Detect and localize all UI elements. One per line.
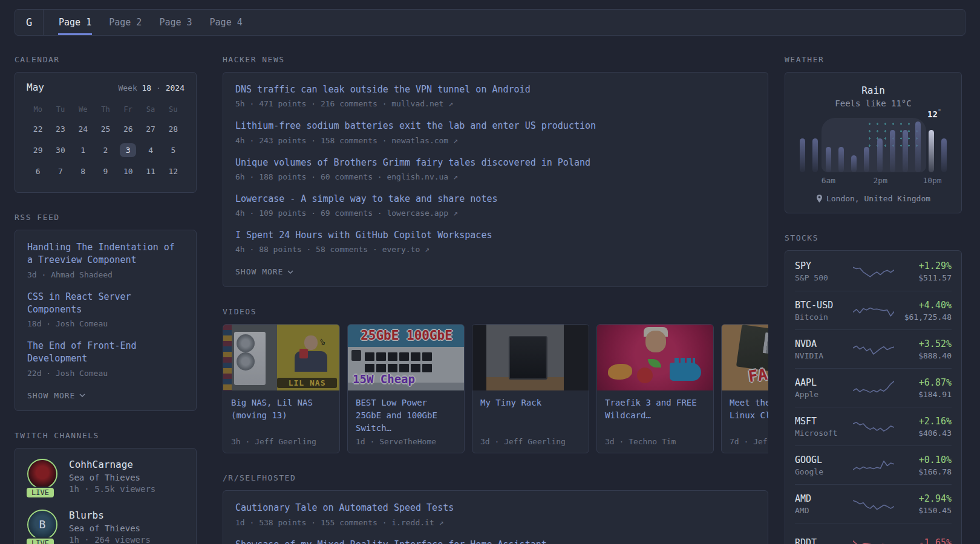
video-thumbnail[interactable]: [472, 325, 589, 390]
twitch-channel-row[interactable]: LIVECohhCarnageSea of Thieves1h · 5.5k v…: [27, 459, 184, 494]
video-card-body: Big NAS, Lil NAS (moving 13)3h · Jeff Ge…: [223, 390, 339, 453]
stock-row-spy[interactable]: SPYS&P 500+1.29%$511.57: [795, 252, 952, 291]
stock-names: NVDANVIDIA: [795, 338, 851, 360]
weather-bar: [838, 147, 844, 172]
video-title[interactable]: Big NAS, Lil NAS (moving 13): [231, 397, 332, 422]
stock-row-btc-usd[interactable]: BTC-USDBitcoin+4.40%$61,725.48: [795, 291, 952, 329]
stock-symbol: BTC-USD: [795, 300, 851, 311]
stock-names: GOOGLGoogle: [795, 455, 851, 476]
stock-names: MSFTMicrosoft: [795, 416, 851, 438]
reddit-list: Cautionary Tale on Automated Speed Tests…: [235, 502, 756, 544]
video-title[interactable]: Traefik 3 and FREE Wildcard…: [605, 397, 705, 422]
stock-row-nvda[interactable]: NVDANVIDIA+3.52%$888.40: [795, 329, 952, 368]
calendar-day-number: 29: [30, 143, 46, 157]
tab-page-4[interactable]: Page 4: [209, 10, 243, 35]
twitch-channel-name[interactable]: CohhCarnage: [69, 459, 155, 470]
calendar-weekday: Fr: [117, 102, 139, 118]
rss-feed-list: Handling The Indentation of a Treeview C…: [27, 241, 184, 378]
calendar-section-label: CALENDAR: [15, 55, 197, 64]
stock-symbol: RDDT: [795, 537, 851, 544]
feed-item-title[interactable]: Cautionary Tale on Automated Speed Tests: [235, 502, 756, 514]
hackernews-section: HACKER NEWS DNS traffic can leak outside…: [223, 55, 768, 287]
feed-item-title[interactable]: Handling The Indentation of a Treeview C…: [27, 241, 184, 267]
stock-change: +1.29%: [896, 261, 952, 271]
stock-price: $406.43: [896, 429, 952, 438]
stock-company-name: NVIDIA: [795, 351, 851, 360]
calendar-week-row: 22232425262728: [27, 118, 185, 140]
stock-symbol: AMD: [795, 493, 851, 504]
stock-names: SPYS&P 500: [795, 261, 851, 282]
feed-item-meta: 5h · 471 points · 216 comments · mullvad…: [235, 99, 756, 108]
weather-bar: [826, 147, 831, 172]
feed-item-title[interactable]: Lowercase - A simple way to take and sha…: [235, 193, 756, 206]
stock-row-aapl[interactable]: AAPLApple+6.87%$184.91: [795, 368, 952, 407]
feed-item-title[interactable]: Lithium-free sodium batteries exit the l…: [235, 120, 756, 132]
feed-item-title[interactable]: Unique volumes of Brothers Grimm fairy t…: [235, 157, 756, 169]
arrow-doodle-icon: ⇘: [318, 332, 328, 348]
stock-symbol: NVDA: [795, 338, 851, 349]
tab-page-2[interactable]: Page 2: [108, 10, 142, 35]
calendar-month: May: [27, 82, 44, 93]
calendar-day-number: 2: [97, 143, 114, 157]
feed-item-meta: 3d · Ahmad Shadeed: [27, 270, 184, 279]
weather-hour-labels: 6am2pm10pm: [800, 176, 947, 187]
video-card[interactable]: Traefik 3 and FREE Wildcard…3d · Techno …: [596, 324, 714, 453]
stock-sparkline: [851, 456, 896, 474]
right-column: WEATHER Rain Feels like 11°C 12° 6am2pm1…: [785, 55, 962, 544]
video-thumbnail[interactable]: FA: [722, 325, 768, 390]
stock-row-rddt[interactable]: RDDT-1.65%: [795, 523, 952, 544]
feed-item-meta: 4h · 243 points · 158 comments · newatla…: [235, 136, 756, 145]
twitch-channel-row[interactable]: BLIVEBlurbsSea of Thieves1h · 264 viewer…: [27, 510, 184, 544]
hackernews-section-label: HACKER NEWS: [223, 55, 768, 64]
weather-bar: [890, 130, 895, 172]
app-logo[interactable]: G: [15, 10, 44, 35]
twitch-section: TWITCH CHANNELS LIVECohhCarnageSea of Th…: [15, 431, 197, 544]
rss-show-more-button[interactable]: SHOW MORE: [27, 391, 85, 400]
feed-item-title[interactable]: The End of Front-End Development: [27, 340, 184, 366]
stock-row-amd[interactable]: AMDAMD+2.94%$150.45: [795, 484, 952, 523]
calendar-week-row: 6789101112: [27, 161, 185, 182]
stock-company-name: Bitcoin: [795, 312, 851, 322]
video-thumbnail[interactable]: [597, 325, 714, 390]
stock-symbol: AAPL: [795, 377, 851, 388]
stock-values: -1.65%: [896, 537, 952, 544]
calendar-day-number: 11: [143, 164, 159, 178]
calendar-day: 10: [117, 161, 139, 182]
weather-section-label: WEATHER: [785, 55, 962, 64]
video-card[interactable]: My Tiny Rack3d · Jeff Geerling: [472, 324, 589, 453]
video-card[interactable]: ⇘LIL NASBig NAS, Lil NAS (moving 13)3h ·…: [223, 324, 340, 453]
feed-item-title[interactable]: DNS traffic can leak outside the VPN tun…: [235, 83, 756, 96]
video-title[interactable]: My Tiny Rack: [480, 397, 581, 409]
video-thumbnail[interactable]: 25GbE 100GbE15W Cheap: [348, 325, 465, 390]
tab-page-3[interactable]: Page 3: [158, 10, 192, 35]
tab-page-1[interactable]: Page 1: [58, 10, 92, 35]
twitch-channel-name[interactable]: Blurbs: [69, 510, 151, 521]
feed-item: Unique volumes of Brothers Grimm fairy t…: [235, 157, 756, 181]
calendar-day: 22: [27, 118, 49, 140]
feed-item-title[interactable]: CSS in React Server Components: [27, 291, 184, 317]
video-card[interactable]: 25GbE 100GbE15W CheapBEST Low Power 25Gb…: [347, 324, 465, 453]
stock-price: $166.78: [896, 467, 952, 476]
calendar-week-number: 18: [142, 83, 152, 92]
weather-bars: [800, 117, 947, 172]
video-card[interactable]: FAMeet the Linux Clu7d · Jeff: [721, 324, 768, 453]
stock-sparkline: [851, 495, 896, 513]
feed-item-title[interactable]: Showcase of my Mixed Reality Interface f…: [235, 539, 756, 544]
calendar-weekday-row: MoTuWeThFrSaSu: [27, 102, 185, 118]
video-title[interactable]: Meet the Linux Clu: [730, 397, 768, 422]
video-thumbnail[interactable]: ⇘LIL NAS: [223, 325, 340, 390]
rss-section: RSS FEED Handling The Indentation of a T…: [15, 213, 197, 411]
stock-change: -1.65%: [896, 537, 952, 544]
stock-values: +0.10%$166.78: [896, 455, 952, 476]
video-title[interactable]: BEST Low Power 25GbE and 100GbE Switch…: [356, 397, 456, 435]
feed-item-meta: 18d · Josh Comeau: [27, 319, 184, 328]
stock-row-googl[interactable]: GOOGLGoogle+0.10%$166.78: [795, 445, 952, 484]
current-temperature: 12°: [927, 108, 941, 119]
calendar-day-number: 23: [52, 122, 68, 136]
feed-item-title[interactable]: I Spent 24 Hours with GitHub Copilot Wor…: [235, 229, 756, 242]
stock-company-name: Apple: [795, 390, 851, 399]
stock-row-msft[interactable]: MSFTMicrosoft+2.16%$406.43: [795, 407, 952, 445]
calendar-weekday: Mo: [27, 102, 49, 118]
hackernews-show-more-button[interactable]: SHOW MORE: [235, 267, 293, 276]
thumbnail-caption: LIL NAS: [277, 378, 337, 388]
